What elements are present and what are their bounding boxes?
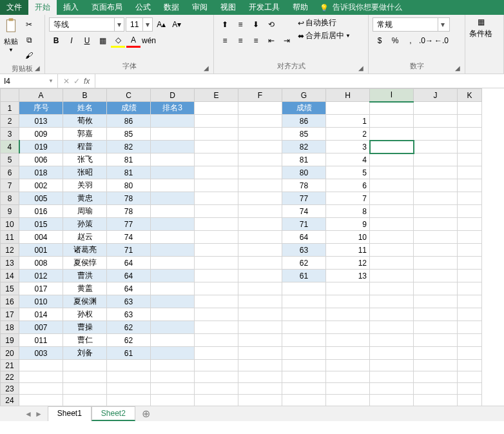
tab-data[interactable]: 数据 [157, 0, 186, 15]
cell-E19[interactable] [195, 334, 238, 347]
cell-I24[interactable] [370, 395, 414, 406]
enter-formula-button[interactable]: ✓ [73, 77, 80, 86]
cell-J15[interactable] [414, 282, 458, 295]
cell-J24[interactable] [414, 395, 458, 406]
cell-D24[interactable] [151, 395, 195, 406]
cell-D15[interactable] [151, 282, 195, 295]
cell-C2[interactable]: 86 [107, 115, 151, 128]
cell-K10[interactable] [458, 218, 482, 231]
border-button[interactable]: ▦ [95, 34, 110, 48]
alignment-dialog-launcher[interactable]: ◢ [358, 64, 366, 72]
cell-C18[interactable]: 62 [107, 321, 151, 334]
cell-F12[interactable] [238, 244, 282, 257]
cancel-formula-button[interactable]: ✕ [63, 77, 70, 86]
tab-home[interactable]: 开始 [28, 0, 57, 15]
cell-B17[interactable]: 孙权 [63, 308, 107, 321]
cell-F3[interactable] [238, 128, 282, 141]
cell-F22[interactable] [238, 371, 282, 383]
cell-D4[interactable] [151, 141, 195, 153]
cell-E21[interactable] [195, 360, 238, 371]
cell-E13[interactable] [195, 257, 238, 270]
cell-J12[interactable] [414, 244, 458, 257]
tab-page-layout[interactable]: 页面布局 [85, 0, 129, 15]
decrease-indent-button[interactable]: ⇤ [264, 34, 278, 48]
cell-J8[interactable] [414, 192, 458, 205]
col-header-E[interactable]: E [195, 89, 238, 102]
row-header-7[interactable]: 7 [1, 179, 19, 192]
cell-A22[interactable] [19, 371, 63, 383]
cell-A1[interactable]: 序号 [19, 102, 63, 115]
row-header-15[interactable]: 15 [1, 282, 19, 295]
currency-button[interactable]: $ [373, 34, 387, 48]
cell-K19[interactable] [458, 334, 482, 347]
row-header-6[interactable]: 6 [1, 166, 19, 179]
cell-G14[interactable]: 61 [282, 270, 326, 282]
cell-F9[interactable] [238, 205, 282, 218]
cell-F14[interactable] [238, 270, 282, 282]
cell-A3[interactable]: 009 [19, 128, 63, 141]
cell-K1[interactable] [458, 102, 482, 115]
cell-A15[interactable]: 017 [19, 282, 63, 295]
col-header-I[interactable]: I [370, 89, 414, 102]
cell-G13[interactable]: 62 [282, 257, 326, 270]
cell-E8[interactable] [195, 192, 238, 205]
cell-A9[interactable]: 016 [19, 205, 63, 218]
row-header-14[interactable]: 14 [1, 270, 19, 282]
row-header-8[interactable]: 8 [1, 192, 19, 205]
italic-button[interactable]: I [64, 34, 79, 48]
cell-B23[interactable] [63, 383, 107, 395]
cell-F6[interactable] [238, 166, 282, 179]
row-header-12[interactable]: 12 [1, 244, 19, 257]
cell-H19[interactable] [326, 334, 370, 347]
cell-A20[interactable]: 003 [19, 347, 63, 360]
cell-I3[interactable] [370, 128, 414, 141]
cell-G4[interactable]: 82 [282, 141, 326, 153]
cell-K6[interactable] [458, 166, 482, 179]
cell-K11[interactable] [458, 231, 482, 244]
cell-F10[interactable] [238, 218, 282, 231]
cell-A4[interactable]: 019 [19, 141, 63, 153]
cell-J7[interactable] [414, 179, 458, 192]
cell-D9[interactable] [151, 205, 195, 218]
cell-G5[interactable]: 81 [282, 153, 326, 166]
fill-color-button[interactable]: ◇ [111, 34, 125, 48]
cell-E5[interactable] [195, 153, 238, 166]
cell-G11[interactable]: 64 [282, 231, 326, 244]
underline-button[interactable]: U [80, 34, 94, 48]
cell-G24[interactable] [282, 395, 326, 406]
cell-E10[interactable] [195, 218, 238, 231]
cell-H23[interactable] [326, 383, 370, 395]
cell-D23[interactable] [151, 383, 195, 395]
sheet-nav-next[interactable]: ► [35, 409, 43, 419]
cell-A23[interactable] [19, 383, 63, 395]
cell-E17[interactable] [195, 308, 238, 321]
cell-E7[interactable] [195, 179, 238, 192]
cell-C4[interactable]: 82 [107, 141, 151, 153]
cell-I7[interactable] [370, 179, 414, 192]
cell-J21[interactable] [414, 360, 458, 371]
cell-F18[interactable] [238, 321, 282, 334]
row-header-17[interactable]: 17 [1, 308, 19, 321]
cell-D3[interactable] [151, 128, 195, 141]
cell-D2[interactable] [151, 115, 195, 128]
col-header-F[interactable]: F [238, 89, 282, 102]
cell-H13[interactable]: 12 [326, 257, 370, 270]
row-header-13[interactable]: 13 [1, 257, 19, 270]
cell-D6[interactable] [151, 166, 195, 179]
cell-J14[interactable] [414, 270, 458, 282]
cell-G1[interactable]: 成绩 [282, 102, 326, 115]
cell-B7[interactable]: 关羽 [63, 179, 107, 192]
col-header-K[interactable]: K [458, 89, 482, 102]
cell-C21[interactable] [107, 360, 151, 371]
cell-B5[interactable]: 张飞 [63, 153, 107, 166]
bold-button[interactable]: B [49, 34, 63, 48]
cell-A18[interactable]: 007 [19, 321, 63, 334]
cell-I22[interactable] [370, 371, 414, 383]
row-header-23[interactable]: 23 [1, 383, 19, 395]
cell-A14[interactable]: 012 [19, 270, 63, 282]
cell-K16[interactable] [458, 295, 482, 308]
col-header-H[interactable]: H [326, 89, 370, 102]
cell-F15[interactable] [238, 282, 282, 295]
cell-C19[interactable]: 62 [107, 334, 151, 347]
cell-A17[interactable]: 014 [19, 308, 63, 321]
